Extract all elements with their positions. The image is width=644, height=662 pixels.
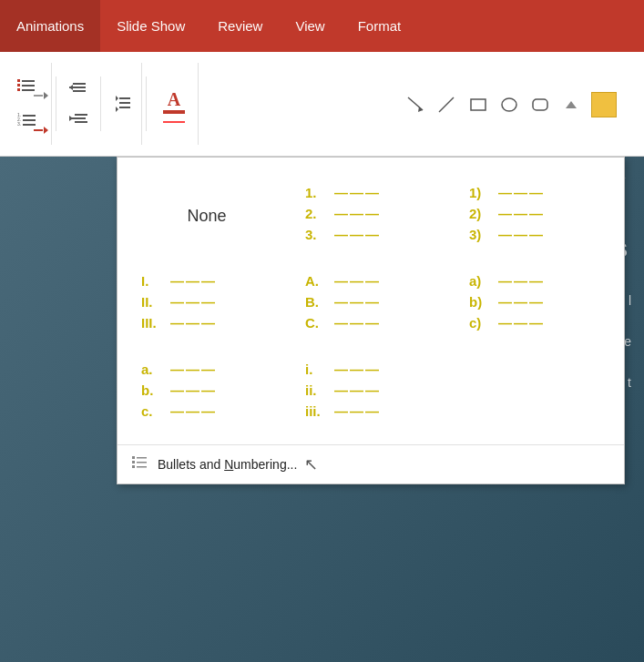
list-label: 2): [469, 206, 495, 221]
svg-rect-35: [137, 462, 147, 463]
svg-point-29: [502, 98, 516, 111]
list-label: B.: [305, 294, 331, 310]
line-spacing-button[interactable]: [108, 89, 138, 118]
list-row: 2) ———: [469, 206, 545, 221]
svg-rect-33: [137, 457, 147, 459]
list-dash: ———: [334, 362, 381, 377]
list-dash: ———: [334, 403, 381, 419]
list-dash: ———: [498, 294, 545, 310]
list-row: c) ———: [469, 315, 545, 331]
list-row: 1) ———: [469, 185, 545, 200]
list-dash: ———: [170, 362, 217, 377]
increase-indent-button[interactable]: [64, 105, 93, 134]
svg-rect-20: [119, 97, 130, 99]
menu-animations[interactable]: Animations: [0, 0, 100, 52]
list-option-none[interactable]: None: [125, 172, 289, 260]
list-label: 1.: [305, 185, 331, 200]
list-option-alpha-upper[interactable]: A. ——— B. ——— C. ———: [289, 260, 453, 349]
list-row: B. ———: [305, 294, 381, 310]
list-row: A. ———: [305, 273, 381, 289]
bullets-numbering-button[interactable]: Bullets and Numbering... ↖: [118, 444, 624, 484]
list-row: III. ———: [141, 315, 217, 331]
svg-marker-31: [566, 101, 577, 108]
line-tool-button[interactable]: [433, 90, 462, 119]
list-option-1paren[interactable]: 1) ——— 2) ——— 3) ———: [453, 172, 617, 260]
ribbon-divider-1: [56, 76, 56, 131]
svg-rect-1: [22, 80, 35, 82]
decrease-indent-button[interactable]: [64, 74, 93, 103]
list-row: 1. ———: [305, 185, 381, 200]
ribbon: 1. 2. 3.: [0, 52, 644, 157]
svg-rect-9: [23, 119, 36, 121]
list-option-roman-upper[interactable]: I. ——— II. ——— III. ———: [125, 260, 289, 349]
ribbon-group-spacing: [105, 63, 142, 145]
list-row: b. ———: [141, 382, 217, 398]
list-label: III.: [141, 315, 167, 331]
list-label: c.: [141, 403, 167, 419]
list-option-roman-lower[interactable]: i. ——— ii. ——— iii. ———: [289, 349, 453, 437]
list-label: a): [469, 273, 495, 289]
list-row: I. ———: [141, 273, 217, 289]
list-dash: ———: [334, 227, 381, 242]
svg-marker-23: [116, 96, 118, 101]
svg-rect-14: [73, 90, 86, 92]
menu-slideshow[interactable]: Slide Show: [100, 0, 201, 52]
list-label: A.: [305, 273, 331, 289]
list-option-alpha-lower[interactable]: a. ——— b. ——— c. ———: [125, 349, 289, 437]
svg-rect-21: [119, 102, 130, 104]
list-label: iii.: [305, 403, 331, 419]
footer-underline-n: N: [224, 457, 233, 472]
text-color-button[interactable]: A: [158, 86, 190, 118]
list-row: c. ———: [141, 403, 217, 419]
svg-rect-18: [75, 121, 87, 123]
list-row: 3) ———: [469, 227, 545, 242]
svg-rect-32: [132, 456, 135, 459]
svg-rect-3: [22, 85, 35, 87]
ribbon-shapes: [402, 52, 617, 157]
svg-rect-12: [73, 83, 86, 85]
ribbon-scroll-up[interactable]: [557, 90, 586, 119]
svg-rect-2: [17, 84, 20, 87]
list-option-alpha-lower-paren[interactable]: a) ——— b) ——— c) ———: [453, 260, 617, 349]
list-dash: ———: [498, 315, 545, 331]
list-dash: ———: [498, 185, 545, 200]
menu-format[interactable]: Format: [342, 0, 418, 52]
list-dash: ———: [170, 315, 217, 331]
list-dash: ———: [170, 294, 217, 310]
list-option-123[interactable]: 1. ——— 2. ——— 3. ———: [289, 172, 453, 260]
svg-marker-24: [116, 107, 118, 112]
svg-rect-4: [17, 88, 20, 91]
svg-rect-34: [132, 461, 135, 463]
list-row: II. ———: [141, 294, 217, 310]
list-label: 3.: [305, 227, 331, 242]
list-label: a.: [141, 362, 167, 377]
list-label: i.: [305, 362, 331, 377]
bullet-list-button[interactable]: [9, 70, 46, 103]
rectangle-tool-button[interactable]: [464, 90, 493, 119]
menu-view[interactable]: View: [279, 0, 341, 52]
svg-line-27: [439, 97, 454, 112]
svg-rect-28: [471, 99, 486, 110]
svg-rect-7: [23, 115, 36, 117]
ribbon-group-indent: [60, 63, 97, 145]
list-dash: ———: [334, 315, 381, 331]
list-label: b.: [141, 382, 167, 398]
list-label: 2.: [305, 206, 331, 221]
ribbon-divider-2: [100, 76, 101, 131]
ellipse-tool-button[interactable]: [495, 90, 524, 119]
rounded-rect-tool-button[interactable]: [526, 90, 555, 119]
menu-review[interactable]: Review: [201, 0, 279, 52]
bullets-icon: [132, 455, 148, 474]
arrow-tool-button[interactable]: [402, 90, 431, 119]
numbered-list-button[interactable]: 1. 2. 3.: [9, 105, 46, 137]
slide-text-l: l: [629, 293, 631, 308]
accent-color-swatch: [591, 92, 617, 117]
list-row: b) ———: [469, 294, 545, 310]
svg-rect-0: [17, 79, 20, 82]
list-dash: ———: [170, 273, 217, 289]
list-dash: ———: [334, 382, 381, 398]
list-row: C. ———: [305, 315, 381, 331]
list-label: 3): [469, 227, 495, 242]
list-label: b): [469, 294, 495, 310]
list-row: a. ———: [141, 362, 217, 377]
